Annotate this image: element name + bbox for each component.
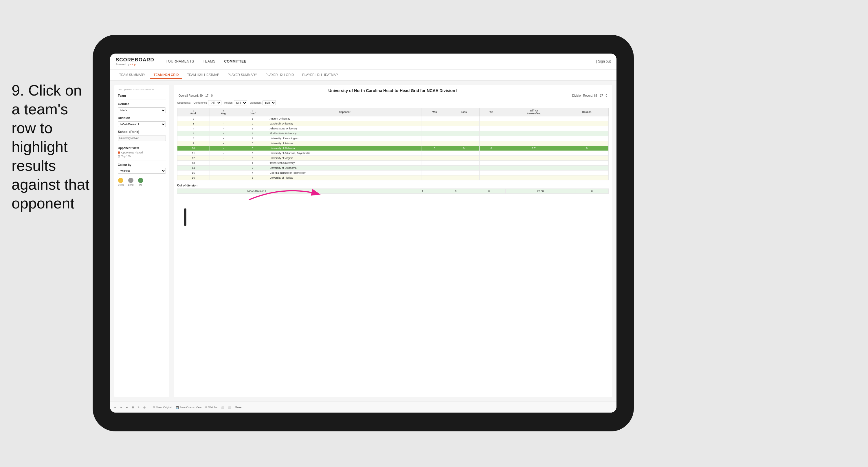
cell-reg: - (210, 166, 237, 171)
cell-reg: - (210, 116, 237, 121)
overall-record: Overall Record: 89 - 17 - 0 (179, 94, 213, 97)
table-row[interactable]: 4-1Arizona State University (178, 126, 609, 131)
redo-btn[interactable]: ↪ (120, 406, 122, 409)
radio-empty-top100 (118, 155, 120, 157)
cell-rounds (565, 131, 609, 136)
out-division-table: NCAA Division II 1 0 0 26.00 3 (177, 188, 609, 194)
col-win: Win (421, 108, 448, 116)
table-row[interactable]: 10-5University of Alabama3002.618 (178, 146, 609, 151)
screen-btn1[interactable]: ⬜ (221, 406, 224, 409)
division-select[interactable]: NCAA Division I (118, 121, 166, 127)
tab-player-summary[interactable]: PLAYER SUMMARY (224, 71, 260, 79)
watch-btn[interactable]: 👁 Watch ▾ (205, 406, 218, 409)
radio-opponents-played[interactable]: Opponents Played (118, 151, 166, 154)
tab-team-h2h-heatmap[interactable]: TEAM H2H HEATMAP (184, 71, 223, 79)
conference-select[interactable]: (All) (208, 100, 221, 106)
cell-loss (448, 136, 479, 141)
table-row[interactable]: 15-4Georgia Institute of Technology (178, 171, 609, 175)
gender-select[interactable]: Men's (118, 108, 166, 113)
cell-rank: 13 (178, 161, 210, 166)
col-reg: #Reg (210, 108, 237, 116)
screen-btn2[interactable]: ⬜ (228, 406, 231, 409)
save-custom-btn[interactable]: 💾 Save Custom View (176, 406, 202, 409)
table-row[interactable]: 13-1Texas Tech University (178, 161, 609, 166)
grid-btn[interactable]: ⊞ (132, 406, 134, 409)
school-label: School (Rank) (118, 130, 166, 134)
table-row[interactable]: 2-1Auburn University (178, 116, 609, 121)
instruction-text: 9. Click on a team's row to highlight re… (11, 81, 93, 213)
cell-rank: 6 (178, 131, 210, 136)
cell-tie (479, 175, 503, 180)
table-row[interactable]: 8-2University of Washington (178, 136, 609, 141)
cell-tie (479, 141, 503, 146)
clock-btn[interactable]: ◷ (143, 406, 146, 409)
out-div-diff: 26.00 (506, 189, 576, 194)
table-row[interactable]: 9-3University of Arizona (178, 141, 609, 146)
out-div-conf (223, 189, 246, 194)
cell-rounds (565, 136, 609, 141)
cell-conf: 2 (237, 136, 268, 141)
back-btn[interactable]: ↩ (126, 406, 128, 409)
view-original-btn[interactable]: 👁 View: Original (153, 406, 172, 409)
cell-diff (503, 171, 565, 175)
cell-tie (479, 116, 503, 121)
cell-conf: 2 (237, 121, 268, 126)
region-label: Region (224, 101, 233, 104)
legend-circle-level (128, 178, 133, 183)
cell-conf: 6 (237, 151, 268, 156)
table-row[interactable]: 6-2Florida State University (178, 131, 609, 136)
nav-tournaments[interactable]: TOURNAMENTS (166, 59, 194, 63)
tab-player-h2h-grid[interactable]: PLAYER H2H GRID (262, 71, 297, 79)
table-row[interactable]: 11-6University of Arkansas, Fayetteville (178, 151, 609, 156)
cell-reg: - (210, 121, 237, 126)
table-row[interactable]: 14-2University of Oklahoma (178, 166, 609, 171)
cell-diff (503, 175, 565, 180)
cell-opponent: Texas Tech University (268, 161, 421, 166)
sign-out-link[interactable]: | Sign out (596, 59, 611, 63)
cell-loss (448, 166, 479, 171)
tab-player-h2h-heatmap[interactable]: PLAYER H2H HEATMAP (299, 71, 341, 79)
edit-btn[interactable]: ✎ (137, 406, 140, 409)
tab-team-summary[interactable]: TEAM SUMMARY (116, 71, 149, 79)
cell-win (421, 166, 448, 171)
cell-opponent: University of Arizona (268, 141, 421, 146)
undo-btn[interactable]: ↩ (114, 406, 117, 409)
cell-win (421, 141, 448, 146)
cell-win (421, 136, 448, 141)
table-row[interactable]: 3-2Vanderbilt University (178, 121, 609, 126)
table-row[interactable]: 16-3University of Florida (178, 175, 609, 180)
cell-rounds (565, 121, 609, 126)
cell-conf: 2 (237, 131, 268, 136)
table-row[interactable]: 12-3University of Virginia (178, 156, 609, 161)
legend-up: Up (138, 178, 143, 186)
nav-teams[interactable]: TEAMS (203, 59, 216, 63)
tab-team-h2h-grid[interactable]: TEAM H2H GRID (150, 71, 182, 79)
filter-region: Region (All) (224, 100, 247, 106)
conference-label: Conference (194, 101, 207, 104)
radio-top-100[interactable]: Top 100 (118, 155, 166, 158)
main-content: Last Updated: 27/03/2024 16:55:38 Team G… (110, 81, 617, 402)
cell-opponent: Vanderbilt University (268, 121, 421, 126)
opponent-view-label: Opponent View (118, 146, 166, 150)
share-btn[interactable]: Share (235, 406, 241, 409)
colour-by-select[interactable]: Win/loss (118, 168, 166, 174)
cell-opponent: University of Oklahoma (268, 166, 421, 171)
legend-down: Down (118, 178, 124, 186)
division-label: Division (118, 116, 166, 120)
opponent-select[interactable]: (All) (262, 100, 276, 106)
region-select[interactable]: (All) (234, 100, 247, 106)
cell-diff (503, 121, 565, 126)
cell-diff (503, 141, 565, 146)
cell-rounds (565, 151, 609, 156)
cell-loss: 0 (448, 146, 479, 151)
cell-conf: 1 (237, 161, 268, 166)
grid-records: Overall Record: 89 - 17 - 0 Division Rec… (177, 94, 609, 97)
cell-reg: - (210, 146, 237, 151)
out-division-row[interactable]: NCAA Division II 1 0 0 26.00 3 (178, 189, 609, 194)
cell-reg: - (210, 161, 237, 166)
cell-loss (448, 156, 479, 161)
cell-conf: 2 (237, 166, 268, 171)
top-nav: SCOREBOARD Powered by clippi TOURNAMENTS… (110, 54, 617, 69)
col-loss: Loss (448, 108, 479, 116)
nav-committee[interactable]: COMMITTEE (224, 59, 247, 63)
